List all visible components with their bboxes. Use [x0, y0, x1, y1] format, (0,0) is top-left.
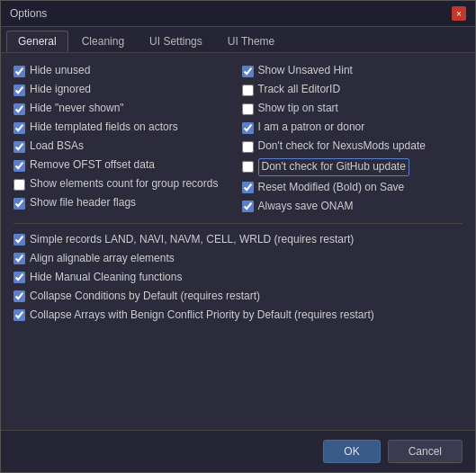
show-tip-on-start-label: Show tip on start: [258, 102, 338, 116]
list-item: Hide Manual Cleaning functions: [13, 269, 463, 287]
list-item: Simple records LAND, NAVI, NAVM, CELL, W…: [13, 231, 463, 249]
list-item: Show elements count for group records: [13, 175, 235, 193]
patron-donor-label: I am a patron or donor: [258, 120, 365, 135]
align-array-label: Align alignable array elements: [30, 252, 175, 266]
footer: OK Cancel: [1, 430, 475, 472]
right-column: Show Unsaved Hint Track all EditorID Sho…: [242, 62, 463, 216]
hide-ignored-checkbox[interactable]: [13, 85, 25, 96]
list-item: Show tip on start: [242, 100, 463, 118]
list-item: Collapse Conditions by Default (requires…: [13, 288, 463, 306]
hide-manual-label: Hide Manual Cleaning functions: [30, 271, 182, 285]
hide-never-shown-label: Hide "never shown": [30, 102, 124, 116]
show-unsaved-hint-checkbox[interactable]: [242, 66, 254, 77]
list-item: Collapse Arrays with Benign Conflict Pri…: [13, 307, 463, 325]
simple-records-label: Simple records LAND, NAVI, NAVM, CELL, W…: [30, 233, 354, 247]
list-item: Hide unused: [13, 62, 235, 80]
list-item: Hide ignored: [13, 81, 235, 99]
tab-bar: General Cleaning UI Settings UI Theme: [1, 27, 475, 53]
list-item: Load BSAs: [13, 138, 235, 156]
collapse-arrays-label: Collapse Arrays with Benign Conflict Pri…: [30, 308, 374, 323]
title-bar: Options ×: [1, 1, 475, 27]
list-item: Show file header flags: [13, 194, 235, 212]
content-area: Hide unused Hide ignored Hide "never sho…: [1, 53, 475, 430]
list-item: Remove OFST offset data: [13, 156, 235, 174]
list-item: Track all EditorID: [242, 81, 463, 99]
patron-donor-checkbox[interactable]: [242, 122, 254, 134]
cancel-button[interactable]: Cancel: [388, 440, 463, 463]
hide-templated-label: Hide templated fields on actors: [30, 120, 178, 135]
hide-unused-label: Hide unused: [30, 64, 90, 78]
remove-ofst-label: Remove OFST offset data: [30, 158, 155, 173]
options-dialog: Options × General Cleaning UI Settings U…: [0, 0, 476, 473]
github-update-checkbox[interactable]: [242, 161, 254, 173]
nexusmods-update-checkbox[interactable]: [242, 141, 254, 153]
show-file-header-checkbox[interactable]: [13, 198, 25, 210]
hide-manual-checkbox[interactable]: [13, 272, 25, 283]
collapse-conditions-label: Collapse Conditions by Default (requires…: [30, 290, 260, 304]
tab-ui-settings[interactable]: UI Settings: [138, 31, 214, 52]
list-item: Align alignable array elements: [13, 250, 463, 268]
collapse-conditions-checkbox[interactable]: [13, 290, 25, 302]
remove-ofst-checkbox[interactable]: [13, 160, 25, 172]
hide-ignored-label: Hide ignored: [30, 83, 91, 97]
list-item: Show Unsaved Hint: [242, 62, 463, 80]
show-tip-on-start-checkbox[interactable]: [242, 103, 254, 115]
list-item: Don't check for GitHub update: [242, 156, 463, 178]
collapse-arrays-checkbox[interactable]: [13, 309, 25, 321]
ok-button[interactable]: OK: [323, 440, 380, 463]
track-all-editor-label: Track all EditorID: [258, 83, 341, 97]
nexusmods-update-label: Don't check for NexusMods update: [258, 139, 426, 154]
always-save-onam-checkbox[interactable]: [242, 201, 254, 212]
list-item: Always save ONAM: [242, 198, 463, 216]
align-array-checkbox[interactable]: [13, 253, 25, 264]
list-item: Don't check for NexusMods update: [242, 138, 463, 156]
divider: [13, 223, 463, 224]
list-item: Reset Modified (Bold) on Save: [242, 179, 463, 197]
list-item: Hide templated fields on actors: [13, 119, 235, 137]
track-all-editor-checkbox[interactable]: [242, 85, 254, 96]
list-item: Hide "never shown": [13, 100, 235, 118]
close-button[interactable]: ×: [452, 6, 466, 21]
list-item: I am a patron or donor: [242, 119, 463, 137]
load-bsas-checkbox[interactable]: [13, 141, 25, 153]
show-file-header-label: Show file header flags: [30, 196, 136, 210]
show-elements-count-checkbox[interactable]: [13, 179, 25, 191]
reset-modified-label: Reset Modified (Bold) on Save: [258, 181, 405, 195]
show-unsaved-hint-label: Show Unsaved Hint: [258, 64, 353, 78]
dialog-title: Options: [10, 7, 47, 20]
left-column: Hide unused Hide ignored Hide "never sho…: [13, 62, 235, 216]
two-column-section: Hide unused Hide ignored Hide "never sho…: [13, 62, 463, 216]
tab-general[interactable]: General: [6, 31, 68, 52]
always-save-onam-label: Always save ONAM: [258, 200, 354, 214]
tab-cleaning[interactable]: Cleaning: [70, 31, 136, 52]
tab-ui-theme[interactable]: UI Theme: [216, 31, 286, 52]
simple-records-checkbox[interactable]: [13, 234, 25, 245]
reset-modified-checkbox[interactable]: [242, 182, 254, 193]
load-bsas-label: Load BSAs: [30, 139, 84, 154]
hide-templated-checkbox[interactable]: [13, 122, 25, 134]
hide-never-shown-checkbox[interactable]: [13, 103, 25, 115]
hide-unused-checkbox[interactable]: [13, 66, 25, 77]
github-update-label: Don't check for GitHub update: [258, 158, 409, 176]
full-width-section: Simple records LAND, NAVI, NAVM, CELL, W…: [13, 231, 463, 325]
show-elements-count-label: Show elements count for group records: [30, 177, 218, 192]
